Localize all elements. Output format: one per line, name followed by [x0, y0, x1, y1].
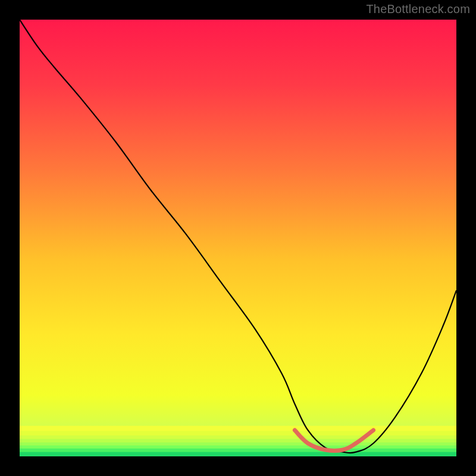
svg-rect-2 [20, 436, 456, 439]
svg-rect-1 [20, 431, 456, 436]
svg-rect-0 [20, 426, 456, 431]
svg-rect-4 [20, 443, 456, 446]
chart-frame: TheBottleneck.com [0, 0, 476, 476]
svg-rect-6 [20, 449, 456, 452]
svg-rect-5 [20, 446, 456, 449]
plot-svg [20, 20, 456, 456]
gradient-background [20, 20, 456, 456]
svg-rect-7 [20, 452, 456, 456]
plot-area [20, 20, 456, 456]
watermark-text: TheBottleneck.com [366, 2, 470, 16]
svg-rect-3 [20, 439, 456, 443]
bottom-bands [20, 426, 456, 456]
